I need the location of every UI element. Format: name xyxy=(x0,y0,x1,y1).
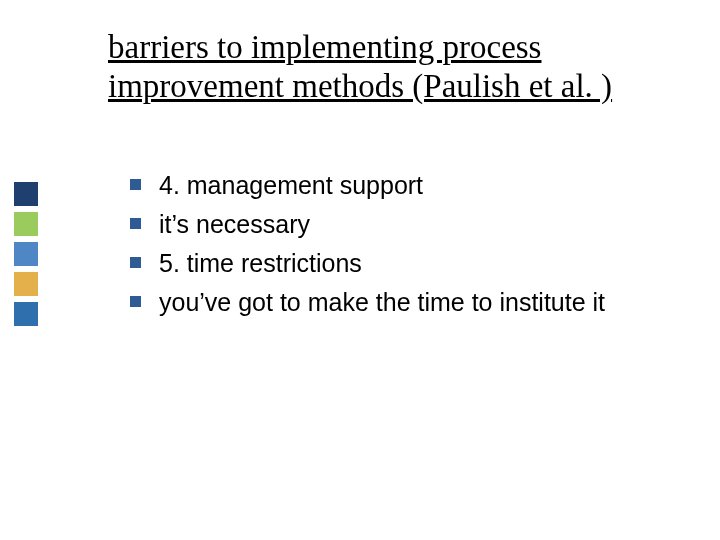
list-item: you’ve got to make the time to institute… xyxy=(130,285,690,320)
square-bullet-icon xyxy=(130,179,141,190)
swatch-1 xyxy=(14,182,38,206)
list-item-text: it’s necessary xyxy=(159,207,690,242)
list-item: 5. time restrictions xyxy=(130,246,690,281)
slide-title: barriers to implementing process improve… xyxy=(108,28,668,106)
list-item: it’s necessary xyxy=(130,207,690,242)
square-bullet-icon xyxy=(130,218,141,229)
square-bullet-icon xyxy=(130,257,141,268)
swatch-5 xyxy=(14,302,38,326)
list-item-text: 4. management support xyxy=(159,168,690,203)
slide: barriers to implementing process improve… xyxy=(0,0,720,540)
list-item: 4. management support xyxy=(130,168,690,203)
sidebar-swatches xyxy=(14,182,38,332)
swatch-2 xyxy=(14,212,38,236)
list-item-text: you’ve got to make the time to institute… xyxy=(159,285,690,320)
swatch-3 xyxy=(14,242,38,266)
swatch-4 xyxy=(14,272,38,296)
list-item-text: 5. time restrictions xyxy=(159,246,690,281)
square-bullet-icon xyxy=(130,296,141,307)
bullet-list: 4. management support it’s necessary 5. … xyxy=(130,168,690,324)
